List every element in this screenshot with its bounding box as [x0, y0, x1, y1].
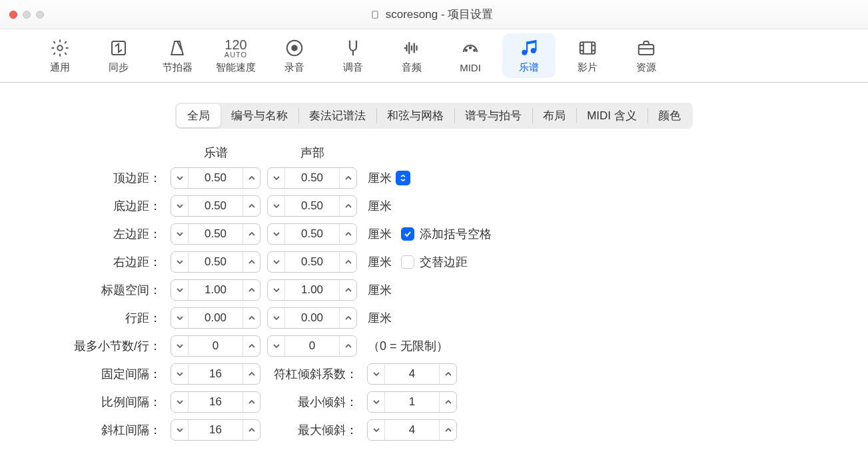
tab-global[interactable]: 全局: [177, 104, 220, 127]
proportional-spacing-stepper[interactable]: 16: [171, 391, 260, 413]
toolbar-tuning[interactable]: 调音: [326, 33, 380, 78]
header-space-part-stepper[interactable]: 1.00: [267, 279, 357, 301]
chevron-up-icon[interactable]: [242, 308, 260, 328]
chevron-up-icon[interactable]: [339, 168, 356, 188]
chevron-down-icon[interactable]: [171, 196, 189, 216]
chevron-down-icon[interactable]: [171, 336, 189, 356]
tab-tablature[interactable]: 奏法记谱法: [298, 104, 376, 127]
chevron-down-icon[interactable]: [268, 196, 285, 216]
chevron-down-icon[interactable]: [268, 280, 285, 300]
chevron-down-icon[interactable]: [268, 224, 285, 244]
unit-select[interactable]: [396, 171, 410, 185]
chevron-up-icon[interactable]: [339, 308, 356, 328]
close-window-button[interactable]: [9, 11, 17, 19]
toolbar-smart-tempo[interactable]: 120 AUTO 智能速度: [209, 33, 262, 78]
chevron-down-icon[interactable]: [171, 420, 189, 440]
chevron-down-icon[interactable]: [368, 364, 385, 384]
chevron-down-icon[interactable]: [268, 308, 285, 328]
chevron-up-icon[interactable]: [439, 420, 456, 440]
header-space-score-stepper[interactable]: 1.00: [171, 279, 260, 301]
tuning-fork-icon: [343, 37, 363, 59]
chevron-up-icon[interactable]: [339, 280, 356, 300]
line-spacing-score-stepper[interactable]: 0.00: [171, 307, 260, 329]
line-spacing-part-stepper[interactable]: 0.00: [267, 307, 357, 329]
tab-chords-grids[interactable]: 和弦与网格: [376, 104, 454, 127]
toolbar-assets[interactable]: 资源: [620, 33, 673, 78]
svg-point-5: [466, 49, 468, 51]
tab-numbers-names[interactable]: 编号与名称: [220, 104, 298, 127]
chevron-up-icon[interactable]: [242, 196, 260, 216]
chevron-down-icon[interactable]: [171, 252, 189, 272]
toolbar-audio[interactable]: 音频: [385, 33, 438, 78]
left-margin-part-stepper[interactable]: 0.50: [267, 223, 357, 245]
toolbar-recording[interactable]: 录音: [268, 33, 321, 78]
right-margin-score-stepper[interactable]: 0.50: [171, 251, 260, 273]
bottom-margin-part-stepper[interactable]: 0.50: [267, 195, 357, 217]
tab-layout[interactable]: 布局: [532, 104, 576, 127]
label-max-slant: 最大倾斜：: [267, 422, 367, 438]
toolbar-label: 节拍器: [163, 61, 193, 74]
toolbar-label: 乐谱: [519, 61, 539, 74]
chevron-down-icon[interactable]: [268, 252, 285, 272]
toolbar-metronome[interactable]: 节拍器: [151, 33, 204, 78]
max-bars-score-stepper[interactable]: 0: [171, 335, 260, 357]
right-margin-part-stepper[interactable]: 0.50: [267, 251, 357, 273]
left-margin-score-stepper[interactable]: 0.50: [171, 223, 260, 245]
toolbar-score[interactable]: 乐谱: [502, 33, 556, 78]
bottom-margin-score-stepper[interactable]: 0.50: [171, 195, 260, 217]
chevron-up-icon[interactable]: [242, 252, 260, 272]
chevron-up-icon[interactable]: [242, 392, 260, 412]
chevron-up-icon[interactable]: [242, 336, 260, 356]
chevron-up-icon[interactable]: [242, 224, 260, 244]
chevron-up-icon[interactable]: [439, 364, 456, 384]
max-slant-stepper[interactable]: 4: [367, 419, 457, 441]
slash-spacing-stepper[interactable]: 16: [171, 419, 260, 441]
alternating-margins-checkbox[interactable]: [401, 255, 414, 269]
chevron-down-icon[interactable]: [171, 364, 189, 384]
tab-clefs-signatures[interactable]: 谱号与拍号: [454, 104, 532, 127]
add-bracket-space-label: 添加括号空格: [420, 226, 492, 242]
chevron-up-icon[interactable]: [339, 224, 356, 244]
tab-colors[interactable]: 颜色: [648, 104, 691, 127]
chevron-down-icon[interactable]: [171, 224, 189, 244]
tab-midi-meaning[interactable]: MIDI 含义: [576, 104, 648, 127]
label-beam-slant-factor: 符杠倾斜系数：: [267, 366, 367, 382]
toolbar-midi[interactable]: MIDI: [444, 34, 497, 77]
chevron-up-icon[interactable]: [242, 280, 260, 300]
chevron-up-icon[interactable]: [242, 168, 260, 188]
min-slant-stepper[interactable]: 1: [367, 391, 457, 413]
max-bars-part-stepper[interactable]: 0: [267, 335, 357, 357]
chevron-up-icon[interactable]: [242, 364, 260, 384]
chevron-down-icon[interactable]: [171, 168, 189, 188]
chevron-up-icon[interactable]: [339, 336, 356, 356]
unit-label: 厘米: [368, 226, 392, 242]
chevron-down-icon[interactable]: [268, 168, 285, 188]
toolbar-movie[interactable]: 影片: [561, 33, 614, 78]
fixed-spacing-stepper[interactable]: 16: [171, 363, 260, 385]
chevron-down-icon[interactable]: [368, 392, 385, 412]
top-margin-score-stepper[interactable]: 0.50: [171, 167, 260, 189]
chevron-down-icon[interactable]: [268, 336, 285, 356]
chevron-down-icon[interactable]: [171, 280, 189, 300]
score-icon: [518, 37, 540, 59]
chevron-down-icon[interactable]: [171, 308, 189, 328]
gear-icon: [50, 37, 70, 59]
chevron-up-icon[interactable]: [439, 392, 456, 412]
toolbar-general[interactable]: 通用: [33, 33, 87, 78]
label-slash-spacing: 斜杠间隔：: [24, 422, 171, 438]
toolbar-sync[interactable]: 同步: [92, 33, 145, 78]
chevron-up-icon[interactable]: [242, 420, 260, 440]
toolbar-label: 调音: [343, 61, 363, 74]
minimize-window-button[interactable]: [23, 11, 31, 19]
toolbar-label: MIDI: [460, 62, 481, 73]
chevron-down-icon[interactable]: [171, 392, 189, 412]
beam-slant-factor-stepper[interactable]: 4: [367, 363, 457, 385]
chevron-down-icon[interactable]: [368, 420, 385, 440]
zoom-window-button[interactable]: [36, 11, 44, 19]
add-bracket-space-checkbox[interactable]: [401, 227, 414, 241]
chevron-up-icon[interactable]: [339, 196, 356, 216]
content-area: 全局 编号与名称 奏法记谱法 和弦与网格 谱号与拍号 布局 MIDI 含义 颜色…: [0, 83, 868, 456]
settings-grid: 乐谱 声部 顶边距： 0.50 0.50 厘米 底边距： 0.50 0.50 厘…: [24, 145, 844, 441]
chevron-up-icon[interactable]: [339, 252, 356, 272]
top-margin-part-stepper[interactable]: 0.50: [267, 167, 357, 189]
